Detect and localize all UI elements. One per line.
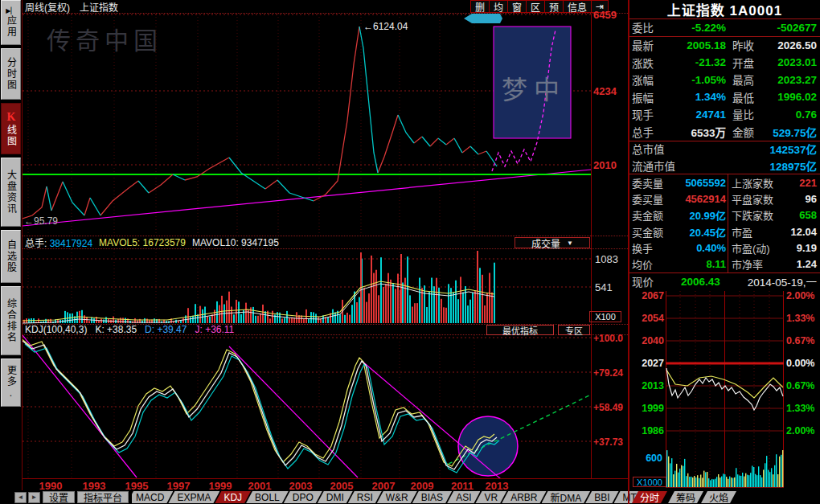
intraday-right-label: 0.67% <box>786 335 820 346</box>
info-button[interactable]: 信息 <box>564 1 592 12</box>
kdj-axis-4: +37.73 <box>593 436 623 448</box>
sidebar-item-watchlist[interactable]: 自选股 <box>1 230 21 283</box>
tab-dmi[interactable]: DMI <box>318 491 353 503</box>
quote-value: 2023.01 <box>766 56 820 68</box>
sidebar-item-label: 大盘资讯 <box>6 170 16 215</box>
intraday-left-label: 2013 <box>630 380 664 391</box>
indicator-dropdown-value: 成交量 <box>531 236 560 250</box>
zone-button-kdj[interactable]: 专区 <box>558 325 590 335</box>
stat-label: 市净率 <box>726 256 777 272</box>
forecast-button[interactable]: 预 <box>545 1 564 12</box>
stat-value: 20.45亿 <box>670 224 726 240</box>
quote-table: 委比 -5.22% -502677 最新 2005.18 昨收 2026.50 … <box>629 18 820 141</box>
stat-label: 下跌家数 <box>726 207 777 223</box>
window-button[interactable]: 窗 <box>508 1 527 12</box>
settings-button[interactable]: 设置 <box>43 491 75 503</box>
tab-arbr[interactable]: ARBR <box>502 491 546 503</box>
tab-wr[interactable]: W&R <box>377 491 417 503</box>
volume-chart[interactable] <box>23 249 592 324</box>
tab-bbi[interactable]: BBI <box>585 491 618 503</box>
quote-value: 0.76 <box>766 109 820 121</box>
mavol10-value: 9347195 <box>241 237 279 248</box>
quote-label: 最低 <box>726 89 766 105</box>
kdj-axis-2: +79.24 <box>593 367 623 379</box>
stat-label: 市盈 <box>726 224 777 240</box>
indicator-dropdown[interactable]: 成交量 ▼ <box>515 237 590 248</box>
kdj-header: KDJ(100,40,3) K: +38.35 D: +39.47 J: +36… <box>23 324 628 335</box>
tab-vr[interactable]: VR <box>475 491 506 503</box>
app-window: ▶▏ 应用 分时图 K线图 大盘资讯 自选股 综合排名 更多. 周线(复权) 上… <box>0 0 820 504</box>
kdj-d-value: D: +39.47 <box>145 324 187 335</box>
indicator-platform-button[interactable]: 指标平台 <box>77 491 129 503</box>
quote-label: 量比 <box>726 106 766 122</box>
tab-kdj[interactable]: KDJ <box>215 491 251 503</box>
quote-value: 529.75亿 <box>766 124 820 140</box>
kdj-axis-1: +100.0 <box>593 333 623 344</box>
quote-label: 委比 <box>629 19 668 35</box>
stat-label: 卖金额 <box>629 207 670 223</box>
vol-scale-badge: X100 <box>589 311 621 322</box>
current-price-value: 2006.43 <box>681 276 720 288</box>
tab-asi[interactable]: ASI <box>447 491 480 503</box>
best-indicator-button[interactable]: 最优指标 <box>486 325 554 335</box>
date-label: 2014-05-19,一 <box>720 273 820 289</box>
intraday-left-label: 2054 <box>630 313 664 324</box>
volume-header: 总手: 38417924 MAVOL5: 16723579 MAVOL10: 9… <box>23 236 628 249</box>
quote-value: 1996.02 <box>766 91 820 103</box>
stats-row: 委买量 4562914 平盘家数 96 <box>629 191 820 207</box>
sidebar-item-label: 更多. <box>6 365 16 400</box>
sidebar-item-app[interactable]: ▶▏ 应用 <box>1 0 21 45</box>
stat-label: 市盈(动) <box>726 240 777 256</box>
quote-value: 24741 <box>668 109 726 121</box>
chart-toolbuttons: 删 均 窗 区 预 信息 ⇥ <box>470 0 609 13</box>
kdj-axis-3: +58.49 <box>593 402 623 413</box>
sidebar-item-label: 自选股 <box>6 240 16 273</box>
volume-total-value: 38417924 <box>50 238 92 249</box>
stats-row: 卖金额 20.99亿 下跌家数 658 <box>629 207 820 223</box>
mavol10: MAVOL10: 9347195 <box>192 237 279 248</box>
circle-annotation <box>458 416 518 476</box>
quote-label: 涨幅 <box>629 72 668 88</box>
zone-button[interactable]: 区 <box>527 1 545 12</box>
tab-newdma[interactable]: 新DMA <box>542 491 591 503</box>
quote-label: 最高 <box>726 72 766 88</box>
chart-period-label: 周线(复权) <box>25 0 70 14</box>
quote-row: 涨跌 -21.32 开盘 2023.01 <box>629 54 820 72</box>
chevron-down-icon: ▼ <box>567 240 573 247</box>
sidebar-item-more[interactable]: 更多. <box>1 359 21 407</box>
stats-row: 买金额 20.45亿 市盈 12.04 <box>629 223 820 240</box>
quote-value: 2005.18 <box>668 39 726 51</box>
stat-value: 9.19 <box>777 242 820 254</box>
stat-value: 221 <box>777 177 820 189</box>
sidebar-item-kline-chart[interactable]: K线图 <box>1 103 21 154</box>
quote-row: 振幅 1.34% 最低 1996.02 <box>629 88 820 106</box>
intraday-chart[interactable] <box>666 291 785 489</box>
intraday-left-label: 2067 <box>630 290 664 301</box>
tab-boll[interactable]: BOLL <box>246 491 289 503</box>
quote-title: 上证指数 1A0001 <box>629 1 820 18</box>
stat-label: 委买量 <box>629 191 670 207</box>
sidebar-item-ranking[interactable]: 综合排名 <box>1 286 21 355</box>
tab-rsi[interactable]: RSI <box>348 491 382 503</box>
tab-bias[interactable]: BIAS <box>412 491 452 503</box>
tab-macd[interactable]: MACD <box>132 491 173 503</box>
peak-price-label: ←6124.04 <box>363 21 408 32</box>
play-next-icon: ▶▏ <box>6 7 15 15</box>
stat-value: 658 <box>777 209 820 221</box>
stat-value: 4562914 <box>670 193 726 205</box>
tab-expma[interactable]: EXPMA <box>168 491 219 503</box>
scroll-right-icon[interactable]: ► <box>28 492 40 503</box>
sidebar-item-market-news[interactable]: 大盘资讯 <box>1 158 21 227</box>
kdj-chart[interactable] <box>23 335 592 478</box>
intraday-left-label: 1999 <box>630 403 664 414</box>
current-price-label: 现价 <box>629 273 654 289</box>
quote-label: 最新 <box>629 37 668 53</box>
sidebar-item-intraday-chart[interactable]: 分时图 <box>1 48 21 100</box>
stat-value: 8.11 <box>670 258 726 270</box>
market-stats-block: 委卖量 5065592 上涨家数 221 委买量 4562914 平盘家数 96… <box>629 174 820 273</box>
delete-button[interactable]: 删 <box>471 1 490 12</box>
scroll-left-icon[interactable]: ◄ <box>14 492 27 503</box>
tab-dpo[interactable]: DPO <box>284 491 322 503</box>
quote-label: 金额 <box>726 124 766 140</box>
ma-button[interactable]: 均 <box>490 1 508 12</box>
